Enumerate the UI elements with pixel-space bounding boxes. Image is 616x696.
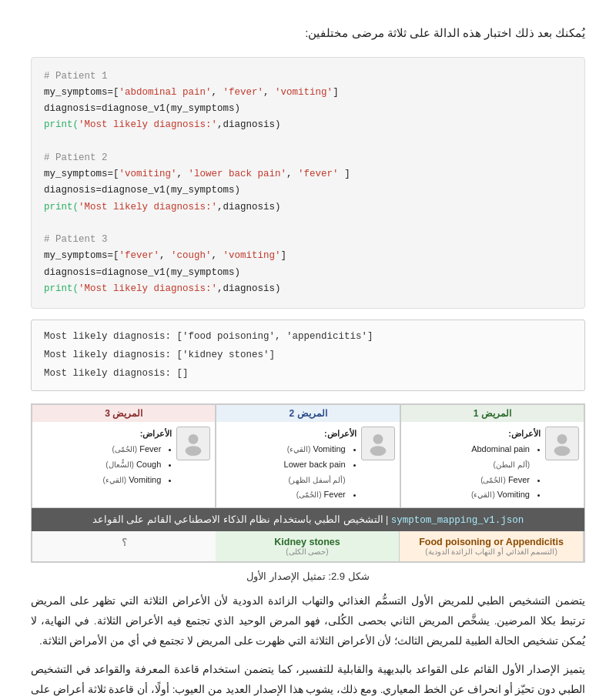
code-line: my_symptoms=[: [44, 87, 119, 98]
diagnosis-p3: ؟: [32, 531, 216, 561]
svg-point-2: [373, 434, 383, 444]
json-name: symptom_mapping_v1.json: [391, 515, 524, 526]
patient-3-symptoms: الأعراض: Fever (الحُمّى) Cough (السُّعال…: [37, 427, 172, 487]
output-line-3: Most likely diagnosis: []: [44, 365, 572, 383]
patient-1-avatar: [545, 427, 579, 460]
diagnosis-p1: Food poisoning or Appendicitis (التسمم ا…: [400, 531, 584, 561]
svg-point-0: [557, 434, 567, 444]
output-line-1: Most likely diagnosis: ['food poisoning'…: [44, 328, 572, 346]
body-paragraph-2: يتميز الإصدار الأول القائم على القواعد ب…: [31, 660, 585, 696]
mapping-label: التشخيص الطبي باستخدام نظام الذكاء الاصط…: [92, 514, 383, 525]
body-paragraph-1: يتضمن التشخيص الطبي للمريض الأول التسمُّ…: [31, 591, 585, 651]
patient-row: المريض 1 الأعراض: Abdominal pain(ألم الب…: [32, 404, 584, 508]
avatar-icon: [550, 431, 574, 456]
svg-point-3: [370, 446, 386, 456]
patient-1-symptoms: الأعراض: Abdominal pain(ألم البطن) Fever…: [406, 427, 541, 503]
patient-3-cell: المريض 3 الأعراض: Fever (الحُمّى) Cough …: [32, 404, 216, 508]
svg-point-5: [186, 446, 202, 456]
page-container: يُمكنك بعد ذلك اختبار هذه الدالة على ثلا…: [0, 0, 616, 696]
avatar-icon: [181, 431, 206, 456]
svg-point-1: [554, 446, 571, 456]
patient-diagram: المريض 1 الأعراض: Abdominal pain(ألم الب…: [31, 403, 585, 563]
code-string: 'abdominal pain': [119, 87, 212, 98]
output-block: Most likely diagnosis: ['food poisoning'…: [31, 320, 585, 391]
figure-caption: شكل 2.9: تمثيل الإصدار الأول: [31, 571, 585, 582]
patient-2-body: الأعراض: Vomiting (القيء) Lower back pai…: [216, 422, 399, 507]
mapping-bar: symptom_mapping_v1.json | التشخيص الطبي …: [32, 508, 584, 531]
patient-1-body: الأعراض: Abdominal pain(ألم البطن) Fever…: [401, 422, 584, 507]
patient-3-avatar: [176, 427, 210, 460]
avatar-icon: [366, 431, 390, 456]
patient-3-header: المريض 3: [32, 405, 215, 422]
comment-p1: # Patient 1: [44, 71, 108, 82]
patient-2-cell: المريض 2 الأعراض: Vomiting (القيء) Lower…: [216, 404, 400, 508]
patient-2-header: المريض 2: [216, 405, 399, 422]
patient-2-symptoms: الأعراض: Vomiting (القيء) Lower back pai…: [221, 427, 356, 503]
svg-point-4: [189, 434, 199, 444]
code-block: # Patient 1 my_symptoms=['abdominal pain…: [31, 57, 585, 310]
output-line-2: Most likely diagnosis: ['kidney stones']: [44, 346, 572, 365]
intro-text: يُمكنك بعد ذلك اختبار هذه الدالة على ثلا…: [31, 23, 585, 43]
diagnosis-row: Food poisoning or Appendicitis (التسمم ا…: [32, 531, 584, 562]
patient-2-avatar: [361, 427, 395, 460]
patient-1-header: المريض 1: [401, 405, 584, 422]
patient-3-body: الأعراض: Fever (الحُمّى) Cough (السُّعال…: [32, 422, 215, 507]
diagnosis-p2: Kidney stones (حصى الكلى): [216, 531, 400, 561]
patient-1-cell: المريض 1 الأعراض: Abdominal pain(ألم الب…: [400, 404, 584, 508]
